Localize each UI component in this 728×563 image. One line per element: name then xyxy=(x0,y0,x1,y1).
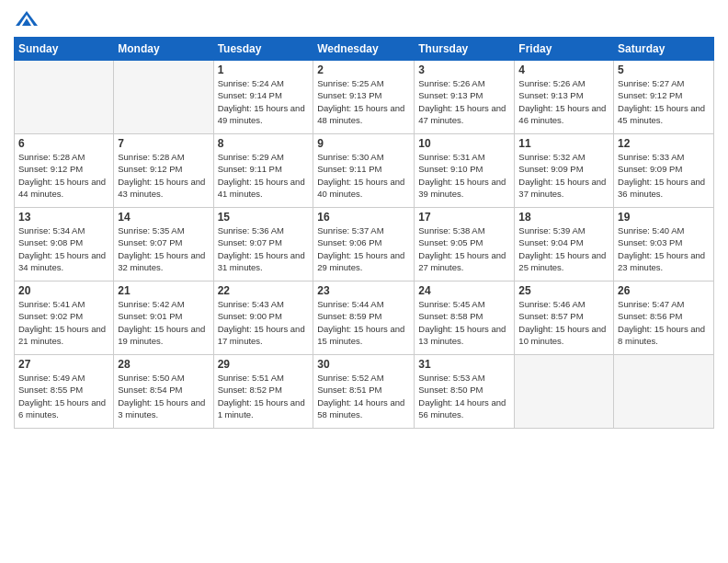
day-info: Sunrise: 5:45 AM Sunset: 8:58 PM Dayligh… xyxy=(418,298,510,347)
day-info: Sunrise: 5:31 AM Sunset: 9:10 PM Dayligh… xyxy=(418,151,510,200)
day-number: 5 xyxy=(618,63,710,76)
day-info: Sunrise: 5:49 AM Sunset: 8:55 PM Dayligh… xyxy=(18,372,109,420)
day-number: 6 xyxy=(18,137,109,150)
day-info: Sunrise: 5:40 AM Sunset: 9:03 PM Dayligh… xyxy=(618,224,710,273)
calendar-cell: 21Sunrise: 5:42 AM Sunset: 9:01 PM Dayli… xyxy=(114,282,213,355)
calendar-cell: 30Sunrise: 5:52 AM Sunset: 8:51 PM Dayli… xyxy=(313,355,415,429)
calendar-cell: 20Sunrise: 5:41 AM Sunset: 9:02 PM Dayli… xyxy=(15,282,114,355)
week-row-3: 13Sunrise: 5:34 AM Sunset: 9:08 PM Dayli… xyxy=(15,208,714,282)
weekday-header-thursday: Thursday xyxy=(415,38,515,61)
calendar-cell: 8Sunrise: 5:29 AM Sunset: 9:11 PM Daylig… xyxy=(213,134,313,208)
calendar-cell: 25Sunrise: 5:46 AM Sunset: 8:57 PM Dayli… xyxy=(515,282,614,355)
day-number: 9 xyxy=(317,137,410,150)
day-info: Sunrise: 5:28 AM Sunset: 9:12 PM Dayligh… xyxy=(118,151,209,200)
day-info: Sunrise: 5:50 AM Sunset: 8:54 PM Dayligh… xyxy=(118,372,209,420)
day-number: 7 xyxy=(118,137,209,150)
calendar-cell xyxy=(114,61,213,134)
day-number: 25 xyxy=(518,284,609,297)
calendar-cell: 29Sunrise: 5:51 AM Sunset: 8:52 PM Dayli… xyxy=(213,355,313,429)
calendar-cell: 31Sunrise: 5:53 AM Sunset: 8:50 PM Dayli… xyxy=(415,355,515,429)
day-number: 23 xyxy=(317,284,410,297)
day-info: Sunrise: 5:26 AM Sunset: 9:13 PM Dayligh… xyxy=(518,77,609,126)
day-info: Sunrise: 5:46 AM Sunset: 8:57 PM Dayligh… xyxy=(518,298,609,347)
day-number: 8 xyxy=(218,137,310,150)
day-number: 26 xyxy=(618,284,710,297)
calendar-cell: 14Sunrise: 5:35 AM Sunset: 9:07 PM Dayli… xyxy=(114,208,213,282)
day-number: 18 xyxy=(518,211,609,224)
week-row-1: 1Sunrise: 5:24 AM Sunset: 9:14 PM Daylig… xyxy=(15,61,714,134)
calendar-cell xyxy=(614,355,714,429)
weekday-header-wednesday: Wednesday xyxy=(313,38,415,61)
week-row-4: 20Sunrise: 5:41 AM Sunset: 9:02 PM Dayli… xyxy=(15,282,714,355)
calendar-cell: 10Sunrise: 5:31 AM Sunset: 9:10 PM Dayli… xyxy=(415,134,515,208)
calendar-cell: 22Sunrise: 5:43 AM Sunset: 9:00 PM Dayli… xyxy=(213,282,313,355)
day-number: 22 xyxy=(218,284,310,297)
day-info: Sunrise: 5:34 AM Sunset: 9:08 PM Dayligh… xyxy=(18,224,109,273)
day-number: 20 xyxy=(18,284,109,297)
calendar-cell: 16Sunrise: 5:37 AM Sunset: 9:06 PM Dayli… xyxy=(313,208,415,282)
calendar-cell: 13Sunrise: 5:34 AM Sunset: 9:08 PM Dayli… xyxy=(15,208,114,282)
calendar-cell: 3Sunrise: 5:26 AM Sunset: 9:13 PM Daylig… xyxy=(415,61,515,134)
day-number: 13 xyxy=(18,211,109,224)
logo-icon xyxy=(14,9,40,29)
calendar-cell: 15Sunrise: 5:36 AM Sunset: 9:07 PM Dayli… xyxy=(213,208,313,282)
day-info: Sunrise: 5:51 AM Sunset: 8:52 PM Dayligh… xyxy=(218,372,310,420)
day-number: 28 xyxy=(118,358,209,371)
day-info: Sunrise: 5:30 AM Sunset: 9:11 PM Dayligh… xyxy=(317,151,410,200)
header xyxy=(14,9,714,29)
calendar-cell: 17Sunrise: 5:38 AM Sunset: 9:05 PM Dayli… xyxy=(415,208,515,282)
day-number: 17 xyxy=(418,211,510,224)
day-number: 16 xyxy=(317,211,410,224)
calendar-cell: 9Sunrise: 5:30 AM Sunset: 9:11 PM Daylig… xyxy=(313,134,415,208)
day-number: 21 xyxy=(118,284,209,297)
day-info: Sunrise: 5:52 AM Sunset: 8:51 PM Dayligh… xyxy=(317,372,410,420)
logo xyxy=(14,9,41,29)
day-info: Sunrise: 5:26 AM Sunset: 9:13 PM Dayligh… xyxy=(418,77,510,126)
weekday-header-monday: Monday xyxy=(114,38,213,61)
day-number: 4 xyxy=(518,63,609,76)
day-info: Sunrise: 5:32 AM Sunset: 9:09 PM Dayligh… xyxy=(518,151,609,200)
calendar-cell: 27Sunrise: 5:49 AM Sunset: 8:55 PM Dayli… xyxy=(15,355,114,429)
day-info: Sunrise: 5:27 AM Sunset: 9:12 PM Dayligh… xyxy=(618,77,710,126)
day-info: Sunrise: 5:44 AM Sunset: 8:59 PM Dayligh… xyxy=(317,298,410,347)
weekday-header-tuesday: Tuesday xyxy=(213,38,313,61)
day-number: 27 xyxy=(18,358,109,371)
calendar: SundayMondayTuesdayWednesdayThursdayFrid… xyxy=(14,37,714,429)
day-number: 30 xyxy=(317,358,410,371)
day-info: Sunrise: 5:39 AM Sunset: 9:04 PM Dayligh… xyxy=(518,224,609,273)
day-info: Sunrise: 5:25 AM Sunset: 9:13 PM Dayligh… xyxy=(317,77,410,126)
calendar-cell: 19Sunrise: 5:40 AM Sunset: 9:03 PM Dayli… xyxy=(614,208,714,282)
weekday-header-row: SundayMondayTuesdayWednesdayThursdayFrid… xyxy=(15,38,714,61)
calendar-cell: 23Sunrise: 5:44 AM Sunset: 8:59 PM Dayli… xyxy=(313,282,415,355)
day-info: Sunrise: 5:42 AM Sunset: 9:01 PM Dayligh… xyxy=(118,298,209,347)
day-info: Sunrise: 5:43 AM Sunset: 9:00 PM Dayligh… xyxy=(218,298,310,347)
calendar-cell: 18Sunrise: 5:39 AM Sunset: 9:04 PM Dayli… xyxy=(515,208,614,282)
day-number: 15 xyxy=(218,211,310,224)
day-number: 3 xyxy=(418,63,510,76)
day-number: 11 xyxy=(518,137,609,150)
weekday-header-friday: Friday xyxy=(515,38,614,61)
week-row-5: 27Sunrise: 5:49 AM Sunset: 8:55 PM Dayli… xyxy=(15,355,714,429)
calendar-cell: 4Sunrise: 5:26 AM Sunset: 9:13 PM Daylig… xyxy=(515,61,614,134)
week-row-2: 6Sunrise: 5:28 AM Sunset: 9:12 PM Daylig… xyxy=(15,134,714,208)
day-info: Sunrise: 5:37 AM Sunset: 9:06 PM Dayligh… xyxy=(317,224,410,273)
calendar-cell xyxy=(15,61,114,134)
calendar-cell: 2Sunrise: 5:25 AM Sunset: 9:13 PM Daylig… xyxy=(313,61,415,134)
day-number: 1 xyxy=(218,63,310,76)
day-info: Sunrise: 5:29 AM Sunset: 9:11 PM Dayligh… xyxy=(218,151,310,200)
day-info: Sunrise: 5:35 AM Sunset: 9:07 PM Dayligh… xyxy=(118,224,209,273)
day-info: Sunrise: 5:47 AM Sunset: 8:56 PM Dayligh… xyxy=(618,298,710,347)
calendar-cell: 24Sunrise: 5:45 AM Sunset: 8:58 PM Dayli… xyxy=(415,282,515,355)
calendar-cell xyxy=(515,355,614,429)
day-number: 31 xyxy=(418,358,510,371)
page: SundayMondayTuesdayWednesdayThursdayFrid… xyxy=(0,0,728,563)
day-number: 19 xyxy=(618,211,710,224)
day-info: Sunrise: 5:33 AM Sunset: 9:09 PM Dayligh… xyxy=(618,151,710,200)
day-info: Sunrise: 5:28 AM Sunset: 9:12 PM Dayligh… xyxy=(18,151,109,200)
calendar-cell: 6Sunrise: 5:28 AM Sunset: 9:12 PM Daylig… xyxy=(15,134,114,208)
calendar-cell: 1Sunrise: 5:24 AM Sunset: 9:14 PM Daylig… xyxy=(213,61,313,134)
weekday-header-saturday: Saturday xyxy=(614,38,714,61)
day-number: 29 xyxy=(218,358,310,371)
day-info: Sunrise: 5:36 AM Sunset: 9:07 PM Dayligh… xyxy=(218,224,310,273)
day-number: 2 xyxy=(317,63,410,76)
